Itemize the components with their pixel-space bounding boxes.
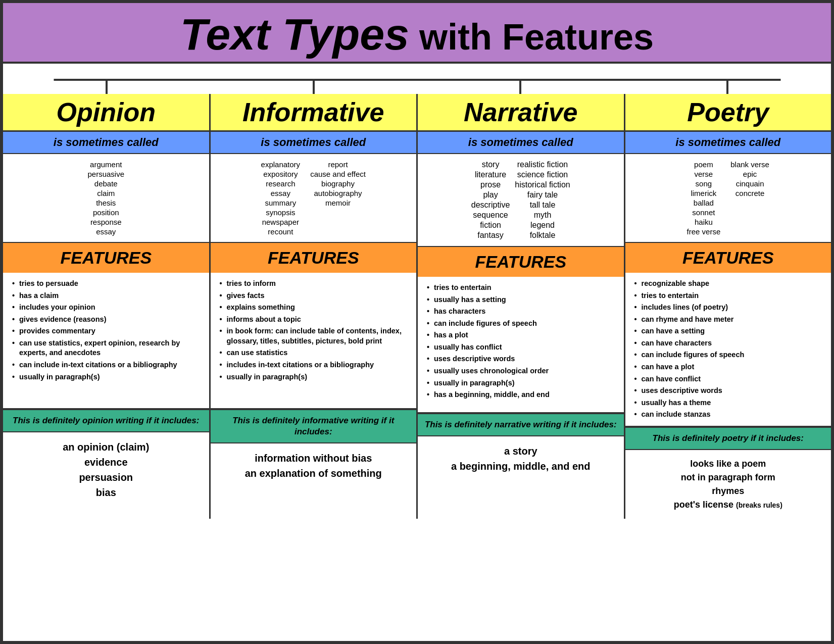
narrative-alt-names: story literature prose play descriptive … [418,154,624,247]
list-item: can include in-text citations or a bibli… [11,359,201,371]
informative-definitely-box: This is definitely informative writing i… [211,409,417,443]
main-title: Text Types with Features [8,12,826,57]
poetry-features-header: FEATURES [625,243,831,273]
poetry-type-header: Poetry [625,94,831,132]
list-item: tries to persuade [11,278,201,290]
list-item: can include stanzas [633,409,823,421]
narrative-sometimes-called: is sometimes called [418,132,624,154]
poetry-title: Poetry [627,99,829,125]
poetry-definitely-box: This is definitely poetry if it includes… [625,427,831,450]
list-item: provides commentary [11,325,201,337]
opinion-features-ul: tries to persuade has a claim includes y… [11,278,201,383]
main-container: Text Types with Features Opinion is some… [0,0,834,644]
list-item: tries to entertain [633,290,823,302]
informative-definitely-items: information without biasan explanation o… [211,443,417,488]
list-item: usually has a theme [633,397,823,409]
list-item: uses descriptive words [633,385,823,397]
informative-title: Informative [213,99,415,125]
list-item: in book form: can include table of conte… [219,325,409,347]
narrative-features-header: FEATURES [418,247,624,277]
poetry-alt-col2: blank verse epic cinquain concrete [730,160,769,236]
list-item: usually uses chronological order [426,365,616,377]
list-item: gives evidence (reasons) [11,314,201,326]
list-item: tries to entertain [426,282,616,294]
opinion-features-list: tries to persuade has a claim includes y… [3,273,209,409]
informative-features-list: tries to inform gives facts explains som… [211,273,417,409]
list-item: can rhyme and have meter [633,314,823,326]
opinion-features-header: FEATURES [3,243,209,273]
connector-poetry [624,64,831,94]
informative-alt-col1: explanatory expository research essay su… [261,160,301,236]
list-item: usually has a setting [426,294,616,306]
content-columns: Opinion is sometimes called argument per… [3,94,831,519]
informative-sometimes-called: is sometimes called [211,132,417,154]
list-item: can include figures of speech [633,349,823,361]
list-item: includes in-text citations or a bibliogr… [219,359,409,371]
list-item: tries to inform [219,278,409,290]
informative-column: Informative is sometimes called explanat… [211,94,418,519]
list-item: has a plot [426,329,616,341]
list-item: usually in paragraph(s) [219,371,409,383]
poetry-alt-col1: poem verse song limerick ballad sonnet h… [687,160,721,236]
informative-alt-names: explanatory expository research essay su… [211,154,417,243]
narrative-column: Narrative is sometimes called story lite… [418,94,625,519]
narrative-features-ul: tries to entertain usually has a setting… [426,282,616,401]
opinion-column: Opinion is sometimes called argument per… [3,94,211,519]
list-item: usually in paragraph(s) [11,371,201,383]
poetry-definitely-items: looks like a poemnot in paragraph formrh… [625,450,831,519]
narrative-title: Narrative [420,99,622,125]
connector-opinion [3,64,210,94]
narrative-features-list: tries to entertain usually has a setting… [418,277,624,413]
poetry-features-list: recognizable shape tries to entertain in… [625,273,831,427]
list-item: includes your opinion [11,302,201,314]
informative-type-header: Informative [211,94,417,132]
opinion-type-header: Opinion [3,94,209,132]
header: Text Types with Features [3,3,831,64]
narrative-definitely-items: a storya beginning, middle, and end [418,436,624,481]
opinion-definitely-box: This is definitely opinion writing if it… [3,409,209,432]
list-item: can have characters [633,337,823,350]
connector-row [3,64,831,94]
list-item: recognizable shape [633,278,823,290]
list-item: has characters [426,306,616,318]
narrative-alt-col1: story literature prose play descriptive … [471,160,510,240]
narrative-alt-col2: realistic fiction science fiction histor… [515,160,570,240]
opinion-definitely-items: an opinion (claim)evidencepersuasionbias [3,432,209,507]
poetry-features-ul: recognizable shape tries to entertain in… [633,278,823,421]
narrative-type-header: Narrative [418,94,624,132]
list-item: can use statistics [219,347,409,359]
list-item: has a beginning, middle, and end [426,389,616,401]
list-item: can have a plot [633,361,823,373]
opinion-title: Opinion [5,99,207,125]
connector-narrative [417,64,624,94]
list-item: can have a setting [633,325,823,337]
opinion-sometimes-called: is sometimes called [3,132,209,154]
list-item: explains something [219,302,409,314]
list-item: can include figures of speech [426,318,616,330]
list-item: has a claim [11,290,201,302]
list-item: includes lines (of poetry) [633,302,823,314]
list-item: can have conflict [633,373,823,385]
opinion-alt-names-col: argument persuasive debate claim thesis … [87,160,124,236]
connector-informative [210,64,417,94]
list-item: uses descriptive words [426,353,616,365]
poetry-alt-names: poem verse song limerick ballad sonnet h… [625,154,831,243]
poetry-sometimes-called: is sometimes called [625,132,831,154]
list-item: informs about a topic [219,314,409,326]
list-item: usually has conflict [426,341,616,354]
informative-features-ul: tries to inform gives facts explains som… [219,278,409,383]
list-item: can use statistics, expert opinion, rese… [11,337,201,359]
opinion-alt-names: argument persuasive debate claim thesis … [3,154,209,243]
poetry-column: Poetry is sometimes called poem verse so… [625,94,831,519]
informative-alt-col2: report cause and effect biography autobi… [310,160,366,236]
list-item: gives facts [219,290,409,302]
narrative-definitely-box: This is definitely narrative writing if … [418,413,624,436]
list-item: usually in paragraph(s) [426,377,616,389]
informative-features-header: FEATURES [211,243,417,273]
